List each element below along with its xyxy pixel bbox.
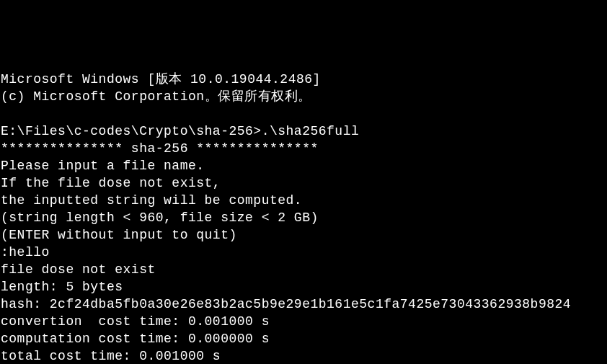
computation-time-line: computation cost time: 0.000000 s [1,330,607,347]
prompt-path: E:\Files\c-codes\Crypto\sha-256> [1,123,262,140]
instruction-line: (ENTER without input to quit) [1,226,607,244]
input-prompt-line: :hello [1,244,607,261]
user-input-text: hello [9,244,50,261]
instruction-line: (string length < 960, file size < 2 GB) [1,209,607,226]
conversion-time-line: convertion cost time: 0.001000 s [1,313,607,330]
terminal-output[interactable]: Microsoft Windows [版本 10.0.19044.2486](c… [1,71,607,364]
input-prompt-marker: : [1,244,9,261]
instruction-line: Please input a file name. [1,157,607,174]
instruction-line: If the file dose not exist, [1,174,607,192]
command-prompt-line: E:\Files\c-codes\Crypto\sha-256>.\sha256… [1,123,607,140]
total-time-line: total cost time: 0.001000 s [1,347,607,364]
hash-line: hash: 2cf24dba5fb0a30e26e83b2ac5b9e29e1b… [1,296,607,313]
command-input: .\sha256full [262,123,360,140]
length-line: length: 5 bytes [1,278,607,296]
blank-line [1,105,607,123]
windows-version-line: Microsoft Windows [版本 10.0.19044.2486] [1,71,607,88]
instruction-line: the inputted string will be computed. [1,192,607,209]
result-line: file dose not exist [1,261,607,278]
program-banner: *************** sha-256 *************** [1,140,607,157]
copyright-line: (c) Microsoft Corporation。保留所有权利。 [1,88,607,105]
